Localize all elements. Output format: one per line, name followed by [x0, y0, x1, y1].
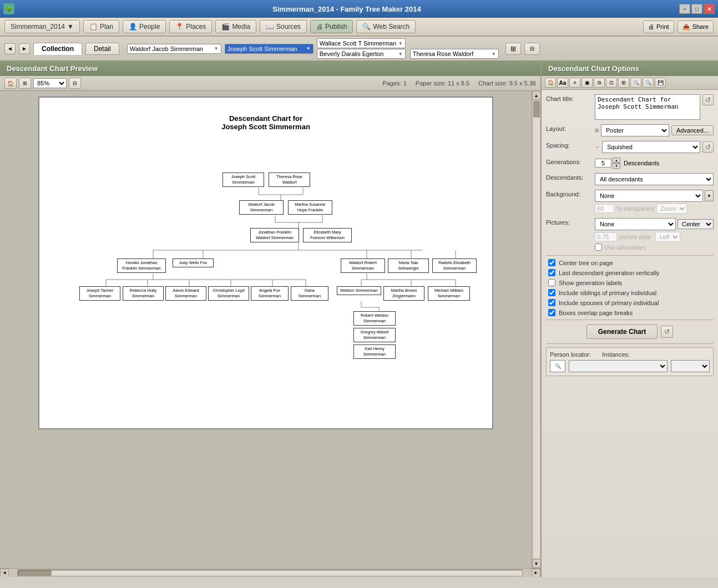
- opt-move-btn[interactable]: ⊡: [606, 78, 617, 88]
- horizontal-scrollbar[interactable]: ◄ ►: [0, 568, 540, 577]
- person-box-elizabeth[interactable]: Elizabeth MaryFrances Wilkerson: [303, 228, 352, 242]
- person-box-jonathan[interactable]: Jonathan FranklinWaldorf Simmerman: [250, 228, 299, 242]
- opt-border-btn[interactable]: ▣: [582, 78, 593, 88]
- person-box-daria[interactable]: Daria Simmerman: [291, 286, 328, 301]
- chart-title-refresh-btn[interactable]: ↺: [702, 94, 714, 105]
- detail-tab[interactable]: Detail: [85, 43, 119, 55]
- opt-tree-btn[interactable]: ⊞: [618, 78, 629, 88]
- vertical-scrollbar[interactable]: ▲ ▼: [532, 91, 540, 568]
- chart-scroll-area[interactable]: Descendant Chart for Joseph Scott Simmer…: [0, 91, 532, 568]
- share-btn[interactable]: 📤 Share: [677, 21, 714, 33]
- layout-select[interactable]: Poster Book: [601, 124, 669, 136]
- scroll-thumb[interactable]: [533, 101, 540, 118]
- grid-btn[interactable]: ⊞: [505, 43, 521, 55]
- minimize-btn[interactable]: –: [679, 4, 690, 14]
- locator-instance-select[interactable]: [671, 360, 710, 372]
- show-gen-checkbox[interactable]: [548, 279, 555, 286]
- web-search-btn[interactable]: 🔍 Web Search: [356, 20, 416, 33]
- person4-dropdown[interactable]: Wallace Scott T Simmerman ▼: [317, 38, 406, 48]
- spacing-select[interactable]: Squished Normal Expanded: [602, 141, 700, 153]
- person5-dropdown[interactable]: Beverly Daralis Egerton ▼: [317, 49, 406, 59]
- person-box-waldorf[interactable]: Waldorf JacobSimmerman: [239, 200, 284, 215]
- pictures-select[interactable]: None: [595, 218, 676, 230]
- places-btn[interactable]: 📍 Places: [169, 20, 212, 33]
- opt-search-btn[interactable]: 🔍: [630, 78, 641, 88]
- spin-down-btn[interactable]: ▼: [613, 163, 620, 169]
- media-btn[interactable]: 🎬 Media: [215, 20, 256, 33]
- plan-btn[interactable]: 📋 Plan: [83, 20, 119, 33]
- zoom-select[interactable]: 85% 100% 75% 50%: [33, 78, 67, 88]
- spacing-refresh-btn[interactable]: ↺: [702, 141, 714, 153]
- generate-refresh-btn[interactable]: ↺: [661, 326, 673, 338]
- person-box-robert[interactable]: Robert WeldonSimmerman: [353, 311, 396, 326]
- background-dropdown-btn[interactable]: ▼: [705, 190, 714, 201]
- person2-dropdown[interactable]: Joseph Scott Simmerman ▼: [225, 44, 314, 54]
- scroll-right-btn[interactable]: ►: [532, 569, 540, 577]
- close-btn[interactable]: ✕: [704, 4, 715, 14]
- pictures-width-input[interactable]: [595, 232, 617, 241]
- include-spouses-checkbox[interactable]: [548, 299, 555, 306]
- generate-chart-btn[interactable]: Generate Chart: [586, 325, 658, 339]
- chart-title-textarea[interactable]: Descendant Chart for Joseph Scott Simmer…: [595, 94, 700, 120]
- person-box-aaron[interactable]: Aaron EdwardSimmerman: [165, 286, 206, 301]
- pictures-left-select[interactable]: Left: [655, 232, 680, 242]
- publish-btn[interactable]: 🖨 Publish: [310, 20, 353, 33]
- opt-home-btn[interactable]: 🏠: [545, 78, 556, 88]
- scroll-down-btn[interactable]: ▼: [532, 559, 541, 568]
- person-box-theresa[interactable]: Theresa RoseWaldorf: [269, 173, 310, 187]
- opt-search2-btn[interactable]: 🔍: [643, 78, 654, 88]
- center-tree-checkbox[interactable]: [548, 259, 555, 266]
- generations-input[interactable]: [595, 159, 611, 168]
- person-box-martha[interactable]: Martha SusanneHope Franklin: [288, 200, 332, 215]
- scroll-h-track[interactable]: [18, 570, 523, 576]
- chart-home-btn[interactable]: 🏠: [4, 78, 17, 89]
- sources-btn[interactable]: 📖 Sources: [260, 20, 307, 33]
- locator-person-select[interactable]: [569, 360, 668, 372]
- pictures-align-select[interactable]: Center Left Right: [677, 219, 714, 229]
- chart-layout-btn[interactable]: ⊟: [69, 78, 81, 89]
- person-box-joseph[interactable]: Joseph ScottSimmerman: [223, 173, 264, 187]
- opt-save-btn[interactable]: 💾: [655, 78, 666, 88]
- include-siblings-checkbox[interactable]: [548, 289, 555, 296]
- person-box-karl[interactable]: Karl HenrySimmerman: [353, 344, 396, 359]
- opt-list-btn[interactable]: ≡: [569, 78, 580, 88]
- advanced-btn[interactable]: Advanced...: [671, 125, 714, 135]
- person-box-martha-b[interactable]: Martha BrownZinglermann: [383, 286, 424, 301]
- person1-dropdown[interactable]: Waldorf Jacob Simmerman ▼: [127, 44, 221, 54]
- boxes-overlap-checkbox[interactable]: [548, 309, 555, 316]
- silhouettes-checkbox[interactable]: [595, 244, 602, 251]
- person-box-judy[interactable]: Judy Wells Fox: [173, 258, 214, 267]
- person-box-joseph-t[interactable]: Joseph TannerSimmerman: [79, 286, 120, 301]
- person3-dropdown[interactable]: Theresa Rose Waldorf ▼: [410, 49, 499, 59]
- scroll-h-thumb[interactable]: [18, 570, 52, 576]
- nav-back-btn[interactable]: ◄: [4, 43, 16, 54]
- scroll-track[interactable]: [533, 101, 540, 558]
- last-descendant-checkbox[interactable]: [548, 269, 555, 276]
- person-box-michael[interactable]: Michael WilliamSimmerman: [428, 286, 470, 301]
- spin-up-btn[interactable]: ▲: [613, 158, 620, 163]
- locator-search-btn[interactable]: 🔍: [550, 360, 565, 372]
- zoom-select-bg[interactable]: Zoom: [656, 204, 687, 214]
- scroll-up-btn[interactable]: ▲: [532, 91, 541, 100]
- person-box-angela[interactable]: Angela FoxSimmerman: [251, 286, 289, 301]
- collection-tab[interactable]: Collection: [33, 43, 82, 55]
- nav-forward-btn[interactable]: ►: [19, 43, 30, 54]
- person-box-weldon[interactable]: Weldon Simmerman: [337, 286, 381, 295]
- people-btn[interactable]: 👤 People: [123, 20, 166, 33]
- descendants-select[interactable]: All descendants Direct line only: [595, 173, 714, 185]
- person-box-christopher[interactable]: Christopher LoydSimmerman: [208, 286, 249, 301]
- person-box-rebecca[interactable]: Rebecca HollySimmerman: [123, 286, 164, 301]
- person-box-maria[interactable]: Maria TalaSohwengin: [388, 258, 429, 273]
- print-btn[interactable]: 🖨 Print: [643, 21, 674, 33]
- opt-font-btn[interactable]: Aa: [557, 78, 568, 88]
- person-box-horatio[interactable]: Horatio JonathanFranklin Simmerman: [117, 258, 166, 273]
- person-box-waldorf-r[interactable]: Waldorf RobertSimmerman: [341, 258, 385, 273]
- scroll-left-btn[interactable]: ◄: [0, 569, 9, 577]
- transparency-input[interactable]: [595, 204, 614, 213]
- person-box-radelis[interactable]: Radelis ElizabethSimmerman: [432, 258, 477, 273]
- person-box-gregory[interactable]: Gregory AbbottSimmerman: [353, 328, 396, 342]
- background-select[interactable]: None: [595, 190, 703, 202]
- maximize-btn[interactable]: □: [691, 4, 702, 14]
- app-dropdown-btn[interactable]: Simmerman_2014 ▼: [4, 20, 80, 33]
- grid2-btn[interactable]: ⊟: [524, 43, 540, 55]
